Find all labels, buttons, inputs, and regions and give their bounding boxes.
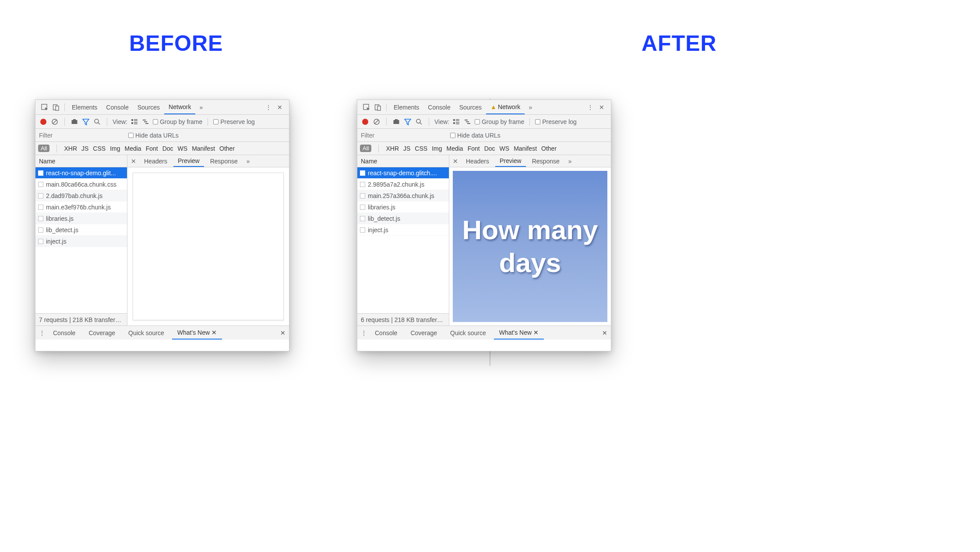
detail-tab-headers[interactable]: Headers: [140, 155, 172, 167]
tab-elements[interactable]: Elements: [389, 100, 423, 114]
capture-screenshots-icon[interactable]: [70, 117, 79, 126]
type-media[interactable]: Media: [125, 145, 141, 152]
request-row[interactable]: lib_detect.js: [35, 224, 127, 236]
type-css[interactable]: CSS: [93, 145, 106, 152]
type-xhr[interactable]: XHR: [386, 145, 399, 152]
type-ws[interactable]: WS: [500, 145, 510, 152]
detail-tab-response[interactable]: Response: [206, 155, 242, 167]
tab-sources[interactable]: Sources: [133, 100, 164, 114]
clear-icon[interactable]: [50, 117, 59, 126]
record-icon[interactable]: [361, 117, 370, 126]
request-row[interactable]: libraries.js: [35, 213, 127, 224]
type-all[interactable]: All: [38, 145, 49, 152]
record-icon[interactable]: [39, 117, 48, 126]
more-tabs-icon[interactable]: »: [525, 103, 535, 112]
column-header-name[interactable]: Name: [357, 155, 449, 167]
request-row[interactable]: inject.js: [357, 224, 449, 236]
request-row[interactable]: react-no-snap-demo.glit...: [35, 167, 127, 179]
large-rows-icon[interactable]: [452, 117, 461, 126]
request-row[interactable]: main.e3ef976b.chunk.js: [35, 202, 127, 213]
filter-input[interactable]: [361, 131, 444, 140]
kebab-menu-icon[interactable]: ⋮: [585, 103, 595, 112]
more-detail-tabs-icon[interactable]: »: [566, 158, 575, 165]
preserve-log-checkbox[interactable]: Preserve log: [213, 118, 255, 125]
request-row[interactable]: main.80ca66ca.chunk.css: [35, 179, 127, 190]
type-other[interactable]: Other: [541, 145, 557, 152]
type-doc[interactable]: Doc: [484, 145, 495, 152]
type-all[interactable]: All: [360, 145, 371, 152]
drawer-tab-coverage[interactable]: Coverage: [83, 326, 120, 340]
type-manifest[interactable]: Manifest: [192, 145, 215, 152]
type-js[interactable]: JS: [403, 145, 410, 152]
type-doc[interactable]: Doc: [162, 145, 173, 152]
hide-data-urls-checkbox[interactable]: Hide data URLs: [450, 132, 501, 139]
tab-console[interactable]: Console: [423, 100, 455, 114]
detail-tab-preview[interactable]: Preview: [495, 155, 526, 167]
drawer-tab-quick-source[interactable]: Quick source: [445, 326, 491, 340]
close-detail-icon[interactable]: ✕: [129, 158, 138, 165]
drawer-menu-icon[interactable]: ⋮: [39, 329, 45, 336]
type-manifest[interactable]: Manifest: [514, 145, 537, 152]
request-row[interactable]: 2.dad97bab.chunk.js: [35, 190, 127, 202]
drawer-tab-console[interactable]: Console: [48, 326, 81, 340]
request-row[interactable]: react-snap-demo.glitch....: [357, 167, 449, 179]
preserve-log-checkbox[interactable]: Preserve log: [535, 118, 577, 125]
waterfall-icon[interactable]: [463, 117, 472, 126]
close-drawer-icon[interactable]: ✕: [280, 329, 286, 336]
capture-screenshots-icon[interactable]: [392, 117, 401, 126]
drawer-tab-console[interactable]: Console: [370, 326, 402, 340]
tab-network[interactable]: Network: [164, 100, 195, 114]
type-xhr[interactable]: XHR: [64, 145, 77, 152]
inspect-icon[interactable]: [362, 103, 371, 112]
close-devtools-icon[interactable]: ✕: [275, 103, 285, 112]
drawer-tab-coverage[interactable]: Coverage: [405, 326, 442, 340]
request-row[interactable]: main.257a366a.chunk.js: [357, 190, 449, 202]
hide-data-urls-checkbox[interactable]: Hide data URLs: [128, 132, 179, 139]
detail-tab-response[interactable]: Response: [528, 155, 564, 167]
device-toggle-icon[interactable]: [373, 103, 383, 112]
request-row[interactable]: inject.js: [35, 236, 127, 247]
type-ws[interactable]: WS: [178, 145, 188, 152]
tab-sources[interactable]: Sources: [455, 100, 486, 114]
detail-tab-preview[interactable]: Preview: [173, 155, 204, 167]
more-detail-tabs-icon[interactable]: »: [244, 158, 253, 165]
tab-network[interactable]: ▲Network: [486, 100, 525, 114]
close-devtools-icon[interactable]: ✕: [597, 103, 606, 112]
group-by-frame-checkbox[interactable]: Group by frame: [475, 118, 524, 125]
group-by-frame-checkbox[interactable]: Group by frame: [153, 118, 202, 125]
type-font[interactable]: Font: [468, 145, 480, 152]
filter-toggle-icon[interactable]: [403, 117, 412, 126]
filter-input[interactable]: [39, 131, 122, 140]
request-row[interactable]: lib_detect.js: [357, 213, 449, 224]
kebab-menu-icon[interactable]: ⋮: [264, 103, 273, 112]
hide-data-urls-label: Hide data URLs: [135, 132, 179, 139]
filter-toggle-icon[interactable]: [81, 117, 90, 126]
request-row[interactable]: 2.9895a7a2.chunk.js: [357, 179, 449, 190]
detail-tab-headers[interactable]: Headers: [462, 155, 494, 167]
search-icon[interactable]: [93, 117, 102, 126]
type-img[interactable]: Img: [110, 145, 120, 152]
tab-elements[interactable]: Elements: [67, 100, 102, 114]
column-header-name[interactable]: Name: [35, 155, 127, 167]
drawer-menu-icon[interactable]: ⋮: [361, 329, 367, 336]
large-rows-icon[interactable]: [130, 117, 139, 126]
tab-console[interactable]: Console: [102, 100, 133, 114]
device-toggle-icon[interactable]: [51, 103, 61, 112]
inspect-icon[interactable]: [40, 103, 49, 112]
request-row[interactable]: libraries.js: [357, 202, 449, 213]
drawer-tab-whats-new[interactable]: What's New ✕: [172, 326, 222, 340]
drawer-tab-whats-new[interactable]: What's New ✕: [494, 326, 544, 340]
waterfall-icon[interactable]: [141, 117, 150, 126]
type-img[interactable]: Img: [432, 145, 442, 152]
type-css[interactable]: CSS: [415, 145, 427, 152]
close-detail-icon[interactable]: ✕: [451, 158, 460, 165]
drawer-tab-quick-source[interactable]: Quick source: [123, 326, 169, 340]
type-other[interactable]: Other: [219, 145, 235, 152]
clear-icon[interactable]: [372, 117, 381, 126]
more-tabs-icon[interactable]: »: [196, 103, 206, 112]
search-icon[interactable]: [415, 117, 423, 126]
close-drawer-icon[interactable]: ✕: [602, 329, 607, 336]
type-js[interactable]: JS: [81, 145, 88, 152]
type-media[interactable]: Media: [447, 145, 463, 152]
type-font[interactable]: Font: [146, 145, 158, 152]
